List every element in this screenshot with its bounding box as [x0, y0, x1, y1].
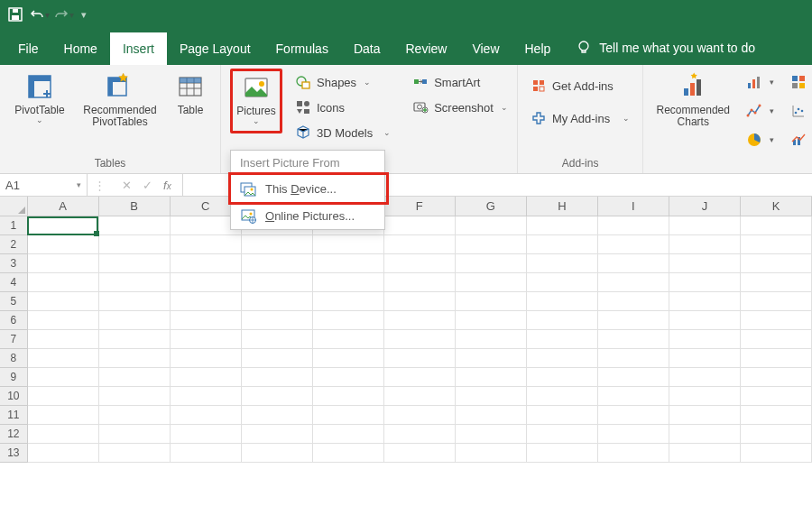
col-header[interactable]: G [456, 197, 527, 216]
3d-models-button[interactable]: 3D Models⌄ [291, 123, 394, 142]
chart-hier-button[interactable]: ▾ [787, 72, 812, 92]
cell[interactable] [313, 349, 384, 368]
row-header[interactable]: 12 [0, 425, 28, 444]
cell[interactable] [741, 292, 812, 311]
cell[interactable] [598, 216, 669, 235]
chart-combo-button[interactable]: ▾ [787, 130, 812, 150]
cell[interactable] [99, 216, 171, 235]
cell[interactable] [741, 330, 812, 349]
cell[interactable] [171, 292, 242, 311]
tab-formulas[interactable]: Formulas [263, 32, 341, 65]
cell[interactable] [598, 349, 669, 368]
cell[interactable] [456, 292, 527, 311]
cell[interactable] [456, 216, 527, 235]
cell[interactable] [456, 444, 527, 463]
cell[interactable] [669, 349, 741, 368]
cell[interactable] [598, 311, 669, 330]
row-header[interactable]: 5 [0, 292, 28, 311]
cell[interactable] [384, 216, 456, 235]
cell[interactable] [527, 235, 598, 254]
cell[interactable] [28, 349, 99, 368]
tab-home[interactable]: Home [51, 32, 110, 65]
undo-icon[interactable] [27, 5, 47, 24]
cell[interactable] [598, 292, 669, 311]
cell[interactable] [28, 330, 99, 349]
cell[interactable] [242, 387, 313, 406]
redo-chevron-icon[interactable]: ▾ [69, 10, 74, 20]
cell[interactable] [171, 254, 242, 273]
cell[interactable] [242, 311, 313, 330]
cell[interactable] [741, 387, 812, 406]
cell[interactable] [384, 444, 456, 463]
row-header[interactable]: 3 [0, 254, 28, 273]
cell[interactable] [741, 368, 812, 387]
cell[interactable] [527, 387, 598, 406]
cell[interactable] [384, 368, 456, 387]
cell[interactable] [669, 330, 741, 349]
recommended-charts-button[interactable]: Recommended Charts [652, 69, 734, 130]
cell[interactable] [171, 235, 242, 254]
cell[interactable] [384, 330, 456, 349]
cell[interactable] [527, 349, 598, 368]
cell[interactable] [669, 254, 741, 273]
cell[interactable] [28, 292, 99, 311]
redo-icon[interactable] [51, 5, 71, 24]
online-pictures-item[interactable]: Online Pictures... [231, 202, 384, 229]
cell[interactable] [99, 330, 171, 349]
cell[interactable] [598, 368, 669, 387]
cell[interactable] [456, 349, 527, 368]
cell[interactable] [598, 444, 669, 463]
icons-button[interactable]: Icons [291, 97, 394, 117]
cell[interactable] [28, 273, 99, 292]
cell[interactable] [171, 368, 242, 387]
cell[interactable] [384, 387, 456, 406]
cell[interactable] [28, 444, 99, 463]
cell[interactable] [456, 368, 527, 387]
row-header[interactable]: 13 [0, 444, 28, 463]
cell[interactable] [313, 406, 384, 425]
tell-me[interactable]: Tell me what you want to do [563, 40, 768, 65]
cell[interactable] [527, 216, 598, 235]
cell[interactable] [99, 311, 171, 330]
smartart-button[interactable]: SmartArt [409, 72, 512, 92]
cell[interactable] [741, 311, 812, 330]
name-box-chevron-icon[interactable]: ▾ [77, 180, 81, 189]
fx-icon[interactable]: fx [163, 179, 171, 192]
cell[interactable] [741, 425, 812, 444]
cell[interactable] [527, 425, 598, 444]
cell[interactable] [669, 311, 741, 330]
cell[interactable] [99, 349, 171, 368]
get-addins-button[interactable]: Get Add-ins [527, 76, 633, 96]
cell[interactable] [99, 368, 171, 387]
cell[interactable] [384, 425, 456, 444]
cell[interactable] [28, 387, 99, 406]
cell[interactable] [99, 425, 171, 444]
cell[interactable] [598, 273, 669, 292]
cell[interactable] [527, 368, 598, 387]
cell[interactable] [99, 235, 171, 254]
cell[interactable] [456, 406, 527, 425]
my-addins-button[interactable]: My Add-ins⌄ [527, 108, 633, 128]
col-header[interactable]: F [384, 197, 456, 216]
cell[interactable] [99, 387, 171, 406]
cell[interactable] [313, 330, 384, 349]
cell[interactable] [741, 235, 812, 254]
cell[interactable] [242, 444, 313, 463]
cell[interactable] [741, 273, 812, 292]
cell[interactable] [456, 311, 527, 330]
cell[interactable] [598, 406, 669, 425]
cell[interactable] [28, 216, 99, 235]
cell[interactable] [171, 349, 242, 368]
cell[interactable] [313, 235, 384, 254]
row-header[interactable]: 8 [0, 349, 28, 368]
cell[interactable] [242, 425, 313, 444]
cell[interactable] [384, 349, 456, 368]
cell[interactable] [99, 254, 171, 273]
tab-page-layout[interactable]: Page Layout [167, 32, 263, 65]
cell[interactable] [384, 292, 456, 311]
row-header[interactable]: 9 [0, 368, 28, 387]
cell[interactable] [669, 425, 741, 444]
tab-file[interactable]: File [5, 32, 51, 65]
cell[interactable] [28, 235, 99, 254]
cell[interactable] [171, 311, 242, 330]
